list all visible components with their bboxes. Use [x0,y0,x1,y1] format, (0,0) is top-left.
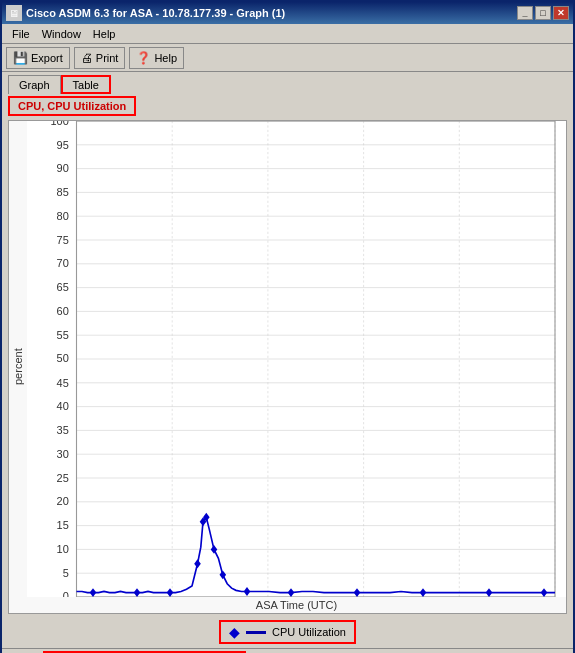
export-icon: 💾 [13,51,28,65]
y-axis-label: percent [9,121,27,613]
svg-text:25: 25 [57,472,69,484]
svg-text:65: 65 [57,281,69,293]
legend-label: CPU Utilization [272,626,346,638]
chart-container: percent 0 5 [8,120,567,614]
chart-plot: 0 5 10 15 20 25 [27,121,566,597]
main-window: 🖥 Cisco ASDM 6.3 for ASA - 10.78.177.39 … [0,0,575,653]
window-controls: _ □ ✕ [517,6,569,20]
svg-text:70: 70 [57,257,69,269]
minimize-button[interactable]: _ [517,6,533,20]
legend-row: ◆ CPU Utilization [2,616,573,648]
chart-title-row: CPU, CPU Utilization [2,94,573,118]
svg-text:60: 60 [57,305,69,317]
svg-text:90: 90 [57,162,69,174]
window-title: Cisco ASDM 6.3 for ASA - 10.78.177.39 - … [26,7,517,19]
bottom-bar: View: Last 10 minutes, data every 10 sec… [2,648,573,653]
export-button[interactable]: 💾 Export [6,47,70,69]
toolbar: 💾 Export 🖨 Print ❓ Help [2,44,573,72]
tab-graph[interactable]: Graph [8,75,61,94]
print-button[interactable]: 🖨 Print [74,47,126,69]
svg-text:75: 75 [57,234,69,246]
app-icon: 🖥 [6,5,22,21]
print-icon: 🖨 [81,51,93,65]
svg-text:10: 10 [57,543,69,555]
legend-item: ◆ CPU Utilization [219,620,356,644]
svg-text:45: 45 [57,377,69,389]
close-button[interactable]: ✕ [553,6,569,20]
chart-inner: 0 5 10 15 20 25 [27,121,566,613]
svg-text:35: 35 [57,424,69,436]
legend-marker: ◆ [229,624,240,640]
x-axis-label: ASA Time (UTC) [27,597,566,613]
svg-text:55: 55 [57,329,69,341]
svg-text:0: 0 [63,590,69,597]
menu-window[interactable]: Window [36,26,87,42]
title-bar: 🖥 Cisco ASDM 6.3 for ASA - 10.78.177.39 … [2,2,573,24]
menu-bar: File Window Help [2,24,573,44]
svg-text:30: 30 [57,447,69,459]
svg-text:85: 85 [57,186,69,198]
maximize-button[interactable]: □ [535,6,551,20]
tab-table[interactable]: Table [61,75,111,94]
svg-text:20: 20 [57,495,69,507]
chart-svg: 0 5 10 15 20 25 [27,121,566,597]
chart-title: CPU, CPU Utilization [8,96,136,116]
svg-text:40: 40 [57,400,69,412]
svg-text:100: 100 [50,121,68,127]
svg-text:95: 95 [57,139,69,151]
menu-help[interactable]: Help [87,26,122,42]
svg-text:50: 50 [57,352,69,364]
help-button[interactable]: ❓ Help [129,47,184,69]
svg-text:5: 5 [63,567,69,579]
legend-line [246,631,266,634]
menu-file[interactable]: File [6,26,36,42]
svg-text:80: 80 [57,209,69,221]
tabs-bar: Graph Table [2,72,573,94]
svg-text:15: 15 [57,519,69,531]
help-icon: ❓ [136,51,151,65]
